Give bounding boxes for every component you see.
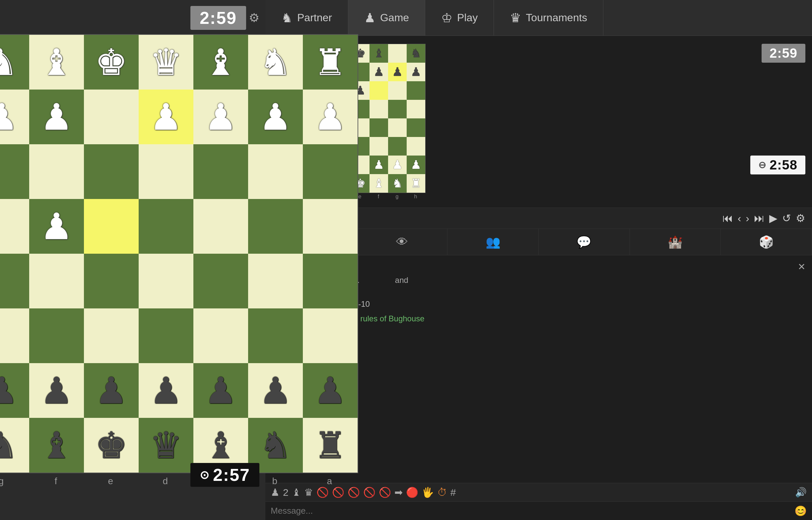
mini-board-cell[interactable] xyxy=(407,81,425,100)
mini-board-cell[interactable]: ♟ xyxy=(388,63,407,81)
board-cell[interactable]: ♛ xyxy=(139,35,193,89)
nav-play[interactable]: ♔ Play xyxy=(425,0,494,35)
board-cell[interactable] xyxy=(248,144,303,199)
nav-tournaments[interactable]: ♛ Tournaments xyxy=(494,0,603,35)
mini-board-cell[interactable] xyxy=(388,81,407,100)
mini-board-cell[interactable]: ♟ xyxy=(407,63,425,81)
mini-board-cell[interactable]: ♟ xyxy=(388,156,407,174)
mini-board-cell[interactable] xyxy=(388,137,407,156)
mini-board-cell[interactable] xyxy=(388,44,407,63)
board-cell[interactable] xyxy=(0,308,29,363)
mini-board-cell[interactable]: ♟ xyxy=(407,156,425,174)
toolbar-no5-icon[interactable]: 🚫 xyxy=(379,487,391,498)
board-cell[interactable]: ♟ xyxy=(84,363,139,418)
board-cell[interactable] xyxy=(84,144,139,199)
board-cell[interactable] xyxy=(0,144,29,199)
mini-board-cell[interactable] xyxy=(369,81,388,100)
board-cell[interactable] xyxy=(139,254,193,308)
settings-button[interactable]: ⚙ xyxy=(249,11,259,25)
mini-board-cell[interactable] xyxy=(388,119,407,137)
toolbar-clock-icon[interactable]: ⏱ xyxy=(437,487,447,498)
toolbar-hash-icon[interactable]: # xyxy=(450,487,456,498)
board-cell[interactable] xyxy=(248,254,303,308)
board-cell[interactable] xyxy=(303,144,358,199)
mini-board-cell[interactable]: ♟ xyxy=(369,156,388,174)
board-cell[interactable]: ♟ xyxy=(0,363,29,418)
tab-analysis[interactable]: 🏰 xyxy=(630,229,721,255)
last-move-button[interactable]: ⏭ xyxy=(754,212,765,225)
board-cell[interactable]: ♝ xyxy=(29,35,84,89)
mini-board-cell[interactable] xyxy=(407,100,425,119)
mini-board-cell[interactable] xyxy=(407,119,425,137)
board-cell[interactable]: ♜ xyxy=(303,35,358,89)
board-cell[interactable]: ♞ xyxy=(0,418,29,473)
emoji-button[interactable]: 😊 xyxy=(794,505,807,517)
flip-board-button[interactable]: ↺ xyxy=(782,212,791,225)
board-cell[interactable] xyxy=(193,199,248,254)
chess-board[interactable]: ♜♞♝♚♛♝♞♜♟♟♟♟♟♟♟♟♟♟♟♟♟♟♟♟♜♞♝♚♛♝♞♜ xyxy=(0,34,358,473)
nav-game[interactable]: ♟ Game xyxy=(348,0,425,35)
board-cell[interactable]: ♟ xyxy=(248,363,303,418)
board-cell[interactable]: ♟ xyxy=(29,89,84,144)
toolbar-hand-icon[interactable]: 🖐 xyxy=(422,487,434,498)
play-button[interactable]: ▶ xyxy=(769,212,778,225)
tab-spectators[interactable]: 👁 xyxy=(357,229,448,255)
mini-board-cell[interactable]: ♟ xyxy=(369,63,388,81)
mini-board-cell[interactable] xyxy=(369,119,388,137)
board-cell[interactable] xyxy=(248,308,303,363)
board-cell[interactable]: ♟ xyxy=(303,89,358,144)
board-cell[interactable]: ♞ xyxy=(0,35,29,89)
board-cell[interactable]: ♝ xyxy=(193,35,248,89)
board-cell[interactable] xyxy=(139,144,193,199)
board-cell[interactable]: ♟ xyxy=(29,199,84,254)
close-notification-button[interactable]: ✕ xyxy=(798,261,805,272)
toolbar-red-circle-icon[interactable]: 🔴 xyxy=(406,487,418,498)
toolbar-no4-icon[interactable]: 🚫 xyxy=(363,487,375,498)
board-cell[interactable]: ♞ xyxy=(248,35,303,89)
mini-board-cell[interactable] xyxy=(369,100,388,119)
board-cell[interactable]: ♟ xyxy=(0,89,29,144)
next-move-button[interactable]: › xyxy=(746,212,749,225)
board-cell[interactable] xyxy=(303,254,358,308)
board-cell[interactable] xyxy=(84,89,139,144)
mini-board-cell[interactable]: ♞ xyxy=(407,44,425,63)
board-cell[interactable]: ♛ xyxy=(139,418,193,473)
game-settings-button[interactable]: ⚙ xyxy=(796,212,805,225)
mini-board-cell[interactable]: ♝ xyxy=(369,174,388,193)
board-cell[interactable]: ♟ xyxy=(193,363,248,418)
board-cell[interactable] xyxy=(193,144,248,199)
board-cell[interactable]: ♟ xyxy=(139,363,193,418)
tab-board[interactable]: 🎲 xyxy=(721,229,812,255)
prev-move-button[interactable]: ‹ xyxy=(738,212,741,225)
board-cell[interactable] xyxy=(29,308,84,363)
board-cell[interactable] xyxy=(29,144,84,199)
board-cell[interactable] xyxy=(248,199,303,254)
board-cell[interactable] xyxy=(84,199,139,254)
mini-board-cell[interactable]: ♝ xyxy=(369,44,388,63)
tab-players[interactable]: 👥 xyxy=(447,229,539,255)
mini-board-cell[interactable] xyxy=(369,137,388,156)
message-input[interactable] xyxy=(271,506,791,516)
board-cell[interactable] xyxy=(84,254,139,308)
board-cell[interactable] xyxy=(139,199,193,254)
mini-board-cell[interactable]: ♞ xyxy=(388,174,407,193)
board-cell[interactable] xyxy=(0,199,29,254)
board-cell[interactable] xyxy=(193,254,248,308)
board-cell[interactable]: ♝ xyxy=(29,418,84,473)
mini-board-cell[interactable]: ♜ xyxy=(407,174,425,193)
board-cell[interactable]: ♟ xyxy=(29,363,84,418)
first-move-button[interactable]: ⏮ xyxy=(723,212,733,225)
board-cell[interactable] xyxy=(29,254,84,308)
board-cell[interactable]: ♟ xyxy=(193,89,248,144)
board-cell[interactable] xyxy=(139,308,193,363)
nav-partner[interactable]: ♞ Partner xyxy=(265,0,348,35)
board-cell[interactable] xyxy=(0,254,29,308)
board-cell[interactable]: ♚ xyxy=(84,35,139,89)
mini-board-cell[interactable] xyxy=(388,100,407,119)
board-cell[interactable]: ♟ xyxy=(248,89,303,144)
toolbar-arrow-icon[interactable]: ➡ xyxy=(394,487,403,498)
mini-board-cell[interactable] xyxy=(407,137,425,156)
board-cell[interactable] xyxy=(193,308,248,363)
volume-button[interactable]: 🔊 xyxy=(795,487,807,498)
board-cell[interactable]: ♜ xyxy=(303,418,358,473)
